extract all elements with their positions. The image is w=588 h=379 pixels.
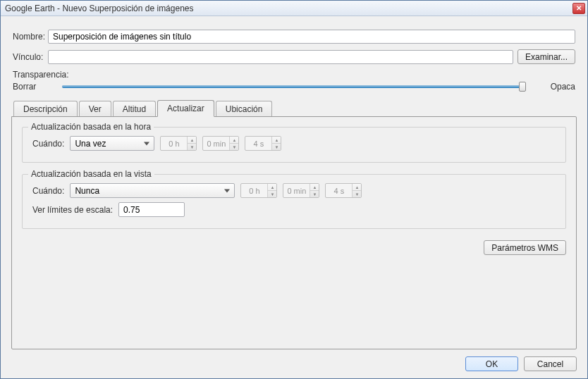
view-refresh-legend: Actualización basada en la vista: [28, 169, 154, 179]
time-refresh-legend: Actualización basada en la hora: [28, 122, 154, 132]
tabs-area: Descripción Ver Altitud Actualizar Ubica…: [11, 99, 577, 349]
time-mode-value: Una vez: [75, 139, 106, 149]
tab-descripcion[interactable]: Descripción: [13, 101, 78, 117]
scale-limits-input[interactable]: [118, 202, 185, 217]
dialog-footer: OK Cancel: [11, 349, 577, 371]
name-label: Nombre:: [13, 32, 48, 42]
tab-ver[interactable]: Ver: [79, 101, 111, 117]
ok-button[interactable]: OK: [465, 356, 518, 371]
tab-panel-actualizar: Actualización basada en la hora Cuándo: …: [11, 116, 577, 349]
tabstrip: Descripción Ver Altitud Actualizar Ubica…: [11, 99, 577, 116]
time-mode-select[interactable]: Una vez: [70, 136, 154, 151]
time-hours-spinner: 0 h ▲▼: [160, 136, 197, 151]
link-input[interactable]: [48, 50, 513, 64]
time-seconds-spinner: 4 s ▲▼: [245, 136, 281, 151]
time-refresh-group: Actualización basada en la hora Cuándo: …: [22, 127, 566, 163]
name-input[interactable]: [48, 30, 575, 44]
view-mode-select[interactable]: Nunca: [70, 183, 235, 198]
view-hours-spinner: 0 h ▲▼: [240, 183, 277, 198]
view-minutes-spinner: 0 min ▲▼: [283, 183, 319, 198]
transparency-slider[interactable]: [62, 81, 526, 92]
transparency-label: Transparencia:: [13, 70, 575, 80]
scale-limits-label: Ver límites de escala:: [32, 205, 113, 215]
close-button[interactable]: ✕: [572, 3, 585, 14]
view-seconds-spinner: 4 s ▲▼: [325, 183, 362, 198]
browse-button[interactable]: Examinar...: [517, 49, 575, 64]
time-when-label: Cuándo:: [32, 139, 64, 149]
view-when-label: Cuándo:: [32, 186, 64, 196]
slider-track: [62, 85, 526, 88]
window-title: Google Earth - Nuevo Superposición de im…: [5, 4, 572, 13]
view-mode-value: Nunca: [75, 186, 99, 196]
tab-ubicacion[interactable]: Ubicación: [216, 101, 273, 117]
view-refresh-group: Actualización basada en la vista Cuándo:…: [22, 174, 566, 229]
dialog-body: Nombre: Vínculo: Examinar... Transparenc…: [1, 16, 587, 378]
time-minutes-spinner: 0 min ▲▼: [202, 136, 239, 151]
slider-min-label: Borrar: [13, 82, 55, 92]
close-icon: ✕: [576, 4, 582, 12]
header-panel: Nombre: Vínculo: Examinar... Transparenc…: [11, 27, 577, 99]
wms-params-button[interactable]: Parámetros WMS: [484, 240, 566, 255]
slider-thumb[interactable]: [519, 82, 526, 92]
chevron-down-icon: [224, 189, 230, 192]
tab-actualizar[interactable]: Actualizar: [157, 100, 214, 117]
cancel-button[interactable]: Cancel: [524, 356, 577, 371]
chevron-down-icon: [144, 142, 149, 145]
titlebar: Google Earth - Nuevo Superposición de im…: [1, 1, 587, 16]
slider-max-label: Opaca: [533, 82, 575, 92]
link-label: Vínculo:: [13, 52, 48, 62]
tab-altitud[interactable]: Altitud: [113, 101, 156, 117]
dialog-window: Google Earth - Nuevo Superposición de im…: [0, 0, 588, 379]
